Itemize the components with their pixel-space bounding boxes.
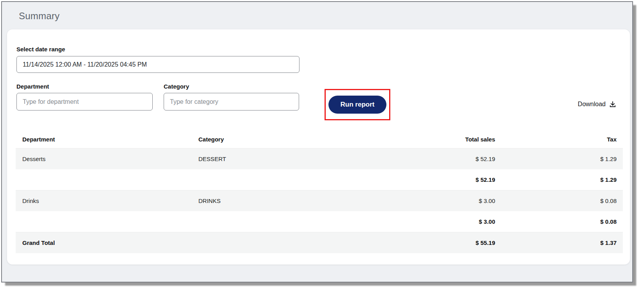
table-row: Desserts DESSERT $ 52.19 $ 1.29 bbox=[16, 149, 623, 170]
cell-department bbox=[16, 169, 192, 190]
column-header-category: Category bbox=[192, 130, 380, 149]
cell-total-sales: $ 3.00 bbox=[380, 211, 501, 232]
download-label: Download bbox=[578, 101, 606, 108]
cell-total-sales: $ 52.19 bbox=[380, 149, 501, 170]
cell-category: DESSERT bbox=[192, 149, 380, 170]
cell-department: Drinks bbox=[16, 190, 192, 212]
summary-report-table: Department Category Total sales Tax Dess… bbox=[16, 130, 623, 253]
department-filter-input[interactable] bbox=[16, 93, 153, 110]
table-row: Drinks DRINKS $ 3.00 $ 0.08 bbox=[16, 190, 623, 212]
date-range-label: Select date range bbox=[16, 46, 65, 53]
category-filter-input[interactable] bbox=[164, 93, 299, 110]
cell-total-sales: $ 52.19 bbox=[380, 169, 501, 190]
department-filter-label: Department bbox=[16, 83, 49, 90]
cell-total-sales: $ 3.00 bbox=[380, 190, 501, 212]
download-icon bbox=[609, 100, 617, 108]
cell-category bbox=[192, 211, 380, 232]
cell-tax: $ 1.29 bbox=[501, 149, 623, 170]
cell-total-sales: $ 55.19 bbox=[380, 232, 501, 254]
cell-tax: $ 1.29 bbox=[501, 169, 623, 190]
category-filter-label: Category bbox=[164, 83, 189, 90]
cell-department: Grand Total bbox=[16, 232, 192, 254]
download-button[interactable]: Download bbox=[578, 95, 617, 113]
table-grand-total-row: Grand Total $ 55.19 $ 1.37 bbox=[16, 232, 623, 254]
page-title: Summary bbox=[19, 11, 60, 22]
app-window: Summary Select date range Department Cat… bbox=[1, 1, 633, 283]
run-report-button[interactable]: Run report bbox=[328, 96, 386, 114]
cell-category bbox=[192, 232, 380, 254]
annotation-highlight: Run report bbox=[325, 89, 390, 120]
column-header-department: Department bbox=[16, 130, 192, 149]
cell-tax: $ 1.37 bbox=[501, 232, 623, 254]
table-header-row: Department Category Total sales Tax bbox=[16, 130, 623, 149]
cell-department bbox=[16, 211, 192, 232]
column-header-tax: Tax bbox=[501, 130, 623, 149]
cell-tax: $ 0.08 bbox=[501, 211, 623, 232]
cell-department: Desserts bbox=[16, 149, 192, 170]
report-panel: Select date range Department Category Ru… bbox=[7, 29, 630, 264]
table-subtotal-row: $ 52.19 $ 1.29 bbox=[16, 169, 623, 190]
column-header-total-sales: Total sales bbox=[380, 130, 501, 149]
cell-category: DRINKS bbox=[192, 190, 380, 212]
date-range-input[interactable] bbox=[16, 56, 299, 73]
cell-tax: $ 0.08 bbox=[501, 190, 623, 212]
cell-category bbox=[192, 169, 380, 190]
table-subtotal-row: $ 3.00 $ 0.08 bbox=[16, 211, 623, 232]
